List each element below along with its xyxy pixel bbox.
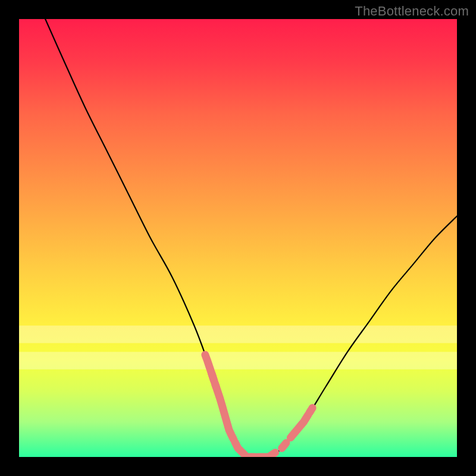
highlight-segment [215,384,234,440]
highlight-segment [272,453,275,455]
pale-bands-group [19,325,457,369]
pale-band [19,352,457,369]
highlight-segment [282,443,286,448]
pale-band [19,325,457,343]
highlight-segment [290,415,308,437]
highlight-segments [205,355,312,457]
highlight-segment [212,374,216,387]
chart-frame: TheBottleneck.com [0,0,476,476]
plot-area [19,19,457,457]
bottleneck-curve [45,19,457,457]
highlight-segment [309,408,312,413]
curve-svg [19,19,457,457]
watermark-text: TheBottleneck.com [355,4,469,19]
